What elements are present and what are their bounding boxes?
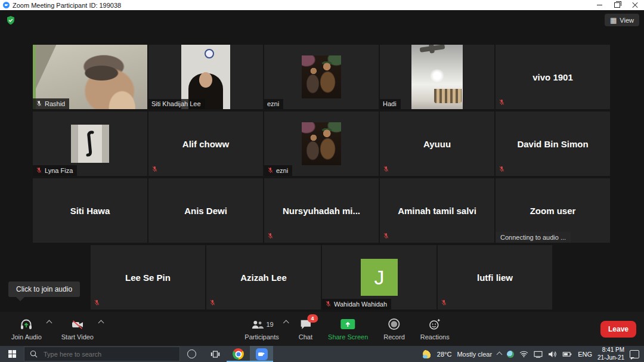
participant-name-label: Wahidah Wahidah bbox=[322, 299, 391, 310]
participant-tile-vivo-1901[interactable]: vivo 1901 bbox=[496, 45, 610, 109]
participant-tile-david-bin-simon[interactable]: David Bin Simon bbox=[496, 112, 610, 176]
wifi-icon[interactable] bbox=[519, 351, 528, 357]
participant-name-label: Lyna Fiza bbox=[33, 165, 77, 176]
muted-mic-icon bbox=[209, 299, 216, 307]
weather-icon[interactable] bbox=[423, 349, 432, 358]
windows-logo-icon bbox=[8, 350, 16, 358]
share-screen-button[interactable]: Share Screen bbox=[320, 312, 376, 346]
participants-icon: 19 bbox=[250, 318, 273, 331]
participant-tile-anis-dewi[interactable]: Anis Dewi bbox=[148, 178, 263, 243]
record-button[interactable]: Record bbox=[376, 312, 412, 346]
language-indicator[interactable]: ENG bbox=[578, 351, 592, 358]
weather-description[interactable]: Mostly clear bbox=[457, 351, 492, 358]
leave-button[interactable]: Leave bbox=[600, 321, 636, 338]
participant-tile-siti-hawa[interactable]: Siti Hawa bbox=[33, 178, 147, 243]
gallery-grid-icon: ▦ bbox=[610, 17, 617, 24]
participants-button[interactable]: 19 Participants bbox=[237, 312, 286, 346]
muted-mic-icon bbox=[383, 232, 389, 240]
participants-count: 19 bbox=[266, 321, 273, 328]
ceiling-light bbox=[429, 69, 445, 82]
participant-name-label: Rashid bbox=[33, 98, 69, 109]
participant-tile-siti-khadijah-lee[interactable]: Siti Khadijah Lee bbox=[148, 45, 263, 109]
taskbar-search[interactable] bbox=[24, 346, 180, 361]
grid-row-2: Lyna Fiza Alif choww ezni Ayuuu David Bi… bbox=[33, 112, 610, 176]
video-feed-hadi bbox=[411, 45, 463, 109]
participant-tile-lyna-fiza[interactable]: Lyna Fiza bbox=[33, 112, 147, 176]
participant-tile-rashid[interactable]: Rashid bbox=[33, 45, 147, 109]
meeting-toolbar: Join Audio Start Video 19 Participants bbox=[0, 312, 644, 346]
profile-photo bbox=[302, 122, 341, 165]
search-input[interactable] bbox=[42, 350, 164, 358]
start-video-button[interactable]: Start Video bbox=[54, 312, 101, 346]
participant-tile-wahidah-wahidah[interactable]: J Wahidah Wahidah bbox=[322, 245, 436, 310]
person-face bbox=[199, 72, 212, 88]
join-audio-tooltip: Click to join audio bbox=[8, 281, 80, 297]
participant-tile-zoom-user[interactable]: Zoom user Connecting to audio ... bbox=[496, 178, 610, 243]
zoom-taskbar-button[interactable] bbox=[250, 346, 273, 362]
mic-icon bbox=[36, 100, 42, 107]
clock-time: 8:41 PM bbox=[597, 346, 624, 354]
tray-app-icon[interactable] bbox=[507, 351, 514, 358]
meeting-area: ▦ View Rashid Siti Khadijah Lee bbox=[0, 10, 644, 346]
grid-row-3: Siti Hawa Anis Dewi Nursyuhadah mi... Am… bbox=[33, 178, 610, 243]
participant-tile-lutfi-liew[interactable]: lutfi liew bbox=[438, 245, 552, 310]
security-shield-icon[interactable] bbox=[6, 16, 16, 25]
start-button[interactable] bbox=[0, 346, 24, 362]
participant-tile-hadi[interactable]: Hadi bbox=[380, 45, 494, 109]
headset-icon bbox=[19, 318, 33, 331]
view-button[interactable]: ▦ View bbox=[605, 14, 639, 26]
window-controls bbox=[590, 0, 644, 10]
taskbar-clock[interactable]: 8:41 PM 21-Jun-21 bbox=[597, 346, 624, 361]
task-view-button[interactable] bbox=[203, 346, 227, 362]
volume-icon[interactable] bbox=[548, 351, 557, 358]
join-audio-button[interactable]: Join Audio bbox=[4, 312, 49, 346]
grid-row-4: Lee Se Pin Azizah Lee J Wahidah Wahidah bbox=[33, 245, 610, 310]
reactions-icon bbox=[428, 318, 442, 331]
participant-name-label: Siti Khadijah Lee bbox=[148, 99, 205, 109]
window-title: Zoom Meeting Participant ID: 199038 bbox=[13, 2, 121, 9]
profile-photo bbox=[71, 125, 109, 163]
restore-button[interactable] bbox=[608, 0, 626, 10]
profile-photo bbox=[302, 55, 341, 98]
muted-mic-icon bbox=[499, 165, 505, 173]
participant-tile-azizah-lee[interactable]: Azizah Lee bbox=[206, 245, 321, 310]
chat-button[interactable]: 4 Chat bbox=[291, 312, 320, 346]
participant-grid: Rashid Siti Khadijah Lee ezni bbox=[33, 45, 610, 312]
participant-tile-ezni-2[interactable]: ezni bbox=[264, 112, 379, 176]
muted-mic-icon bbox=[36, 166, 42, 174]
clock-date: 21-Jun-21 bbox=[597, 354, 624, 362]
battery-icon[interactable] bbox=[562, 351, 572, 357]
window-titlebar: Zoom Meeting Participant ID: 199038 bbox=[0, 0, 644, 10]
participant-tile-alif-choww[interactable]: Alif choww bbox=[148, 112, 263, 176]
muted-mic-icon bbox=[151, 165, 158, 173]
participant-name-label: ezni bbox=[264, 99, 283, 109]
minimize-button[interactable] bbox=[590, 0, 608, 10]
chrome-taskbar-button[interactable] bbox=[227, 346, 250, 362]
wall-clock bbox=[205, 49, 214, 58]
chrome-icon bbox=[233, 348, 244, 360]
share-screen-icon bbox=[340, 318, 356, 331]
participant-tile-ezni-1[interactable]: ezni bbox=[264, 45, 379, 109]
participant-name-label: Hadi bbox=[380, 99, 401, 109]
participant-tile-ayuuu[interactable]: Ayuuu bbox=[380, 112, 494, 176]
windows-taskbar: 28°C Mostly clear ENG 8:41 PM 21-Jun-21 bbox=[0, 346, 644, 362]
participant-tile-nursyuhadah[interactable]: Nursyuhadah mi... bbox=[264, 178, 379, 243]
display-cast-icon[interactable] bbox=[534, 351, 543, 358]
video-off-icon bbox=[70, 318, 85, 331]
connecting-status: Connecting to audio ... bbox=[496, 232, 571, 243]
close-button[interactable] bbox=[626, 0, 644, 10]
view-button-label: View bbox=[620, 17, 634, 24]
chat-badge: 4 bbox=[307, 314, 318, 323]
participant-tile-aminah-tamil-salvi[interactable]: Aminah tamil salvi bbox=[380, 178, 494, 243]
cortana-button[interactable] bbox=[180, 346, 203, 362]
action-center-icon[interactable] bbox=[630, 350, 639, 358]
muted-mic-icon bbox=[267, 232, 274, 240]
tray-overflow-chevron[interactable] bbox=[497, 352, 503, 358]
cortana-icon bbox=[187, 349, 196, 358]
reactions-button[interactable]: Reactions bbox=[413, 312, 457, 346]
muted-mic-icon bbox=[499, 98, 505, 106]
system-tray: 28°C Mostly clear ENG 8:41 PM 21-Jun-21 bbox=[423, 346, 644, 361]
participant-tile-lee-se-pin[interactable]: Lee Se Pin bbox=[91, 245, 205, 310]
weather-temperature[interactable]: 28°C bbox=[437, 351, 452, 358]
search-icon bbox=[30, 350, 38, 358]
